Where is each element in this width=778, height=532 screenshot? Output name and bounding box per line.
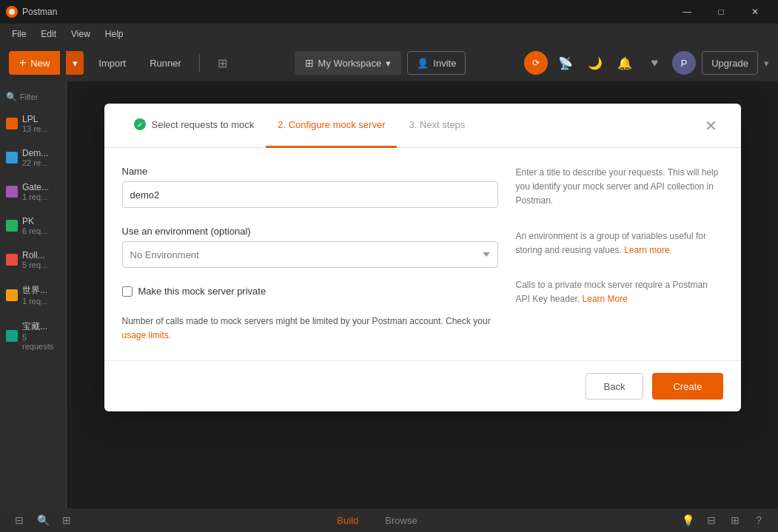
browse-tab[interactable]: Browse: [373, 510, 429, 531]
moon-icon-btn[interactable]: 🌙: [583, 51, 607, 75]
usage-link[interactable]: usage limits.: [122, 330, 172, 340]
bottom-left: ⊟ 🔍 ⊞: [9, 510, 77, 531]
step-3[interactable]: 3. Next steps: [397, 104, 477, 148]
sidebar-search: 🔍 Filter: [0, 87, 66, 107]
modal-body: Name Use an environment (optional) No En…: [104, 148, 741, 360]
upgrade-button[interactable]: Upgrade: [702, 51, 758, 75]
env-select[interactable]: No Environment: [122, 241, 498, 268]
step-2-label: 2. Configure mock server: [278, 119, 385, 130]
usage-note: Number of calls made to mock servers mig…: [122, 314, 498, 343]
runner-button[interactable]: Runner: [141, 51, 190, 75]
bottom-right: 💡 ⊟ ⊞ ?: [677, 510, 769, 531]
sidebar: 🔍 Filter LPL 13 re... Dem... 22 re... Ga…: [0, 81, 67, 508]
title-bar-left: Postman: [6, 6, 57, 18]
modal-right: Enter a title to describe your requests.…: [516, 166, 723, 343]
title-bar: Postman — □ ✕: [0, 0, 778, 24]
menu-edit[interactable]: Edit: [35, 27, 62, 41]
workspace-icon: ⊞: [305, 57, 314, 69]
modal-close-button[interactable]: ✕: [699, 114, 723, 138]
app-header: + New ▾ Import Runner ⊞ ⊞ My Workspace ▾…: [0, 44, 778, 81]
build-tab[interactable]: Build: [325, 510, 370, 531]
radio-icon-btn[interactable]: 📡: [554, 51, 577, 75]
name-hint-text: Enter a title to describe your requests.…: [516, 166, 723, 209]
main-area: 🔍 Filter LPL 13 re... Dem... 22 re... Ga…: [0, 81, 778, 508]
env-hint-section: An environment is a group of variables u…: [516, 229, 723, 257]
name-label: Name: [122, 166, 498, 177]
workspace-button[interactable]: ⊞ My Workspace ▾: [295, 51, 402, 75]
modal-left: Name Use an environment (optional) No En…: [122, 166, 498, 343]
lightbulb-icon[interactable]: 💡: [677, 510, 698, 531]
workspace-label: My Workspace: [318, 58, 382, 69]
env-learn-more-link[interactable]: Learn more: [624, 245, 669, 255]
import-button[interactable]: Import: [90, 51, 135, 75]
new-label: New: [30, 58, 50, 69]
private-hint-text: Calls to a private mock server require a…: [516, 278, 723, 306]
upgrade-caret[interactable]: ▾: [764, 58, 769, 69]
menu-file[interactable]: File: [6, 27, 32, 41]
sidebar-item-lpl[interactable]: LPL 13 re...: [0, 107, 66, 141]
bell-icon-btn[interactable]: 🔔: [613, 51, 637, 75]
sidebar-item-world[interactable]: 世界... 1 req...: [0, 277, 66, 313]
sidebar-item-gate[interactable]: Gate... 1 req...: [0, 175, 66, 209]
sidebar-item-roll[interactable]: Roll... 5 req...: [0, 243, 66, 277]
search-bottom-icon[interactable]: 🔍: [33, 510, 53, 531]
invite-icon: 👤: [417, 58, 429, 69]
bottom-bar: ⊟ 🔍 ⊞ Build Browse 💡 ⊟ ⊞ ?: [0, 508, 778, 532]
workspace-caret: ▾: [386, 58, 391, 69]
close-button[interactable]: ✕: [738, 0, 772, 24]
menu-view[interactable]: View: [65, 27, 96, 41]
step-2[interactable]: 2. Configure mock server: [266, 104, 397, 148]
maximize-button[interactable]: □: [704, 0, 738, 24]
env-form-group: Use an environment (optional) No Environ…: [122, 226, 498, 268]
private-checkbox[interactable]: [122, 286, 133, 297]
header-divider: [199, 54, 200, 72]
name-form-group: Name: [122, 166, 498, 208]
proxy-button[interactable]: ⊞: [209, 51, 236, 75]
sync-indicator: ⟳: [524, 51, 548, 75]
svg-point-0: [9, 9, 15, 15]
create-button[interactable]: Create: [652, 373, 722, 400]
modal-header: ✓ Select requests to mock 2. Configure m…: [104, 104, 741, 148]
header-right: ⟳ 📡 🌙 🔔 ♥ P Upgrade ▾: [524, 51, 769, 75]
header-center: ⊞ My Workspace ▾ 👤 Invite: [242, 51, 518, 75]
menu-help[interactable]: Help: [99, 27, 130, 41]
bottom-center: Build Browse: [325, 510, 429, 531]
private-learn-more-link[interactable]: Learn More: [583, 294, 628, 304]
filter-label: Filter: [20, 92, 38, 101]
new-caret-button[interactable]: ▾: [66, 51, 84, 75]
private-label: Make this mock server private: [138, 286, 266, 297]
help-icon[interactable]: ?: [748, 510, 769, 531]
name-input[interactable]: [122, 181, 498, 208]
heart-icon-btn[interactable]: ♥: [643, 51, 666, 75]
avatar[interactable]: P: [672, 51, 696, 75]
title-bar-controls: — □ ✕: [670, 0, 772, 24]
grid-icon[interactable]: ⊞: [725, 510, 745, 531]
invite-label: Invite: [433, 58, 456, 69]
new-button[interactable]: + New: [9, 51, 60, 75]
back-button[interactable]: Back: [586, 373, 644, 400]
sidebar-item-dem[interactable]: Dem... 22 re...: [0, 141, 66, 175]
menu-bar: File Edit View Help: [0, 24, 778, 44]
private-hint-section: Calls to a private mock server require a…: [516, 278, 723, 306]
layout2-icon[interactable]: ⊟: [701, 510, 722, 531]
app-icon: [6, 6, 18, 18]
modal: ✓ Select requests to mock 2. Configure m…: [104, 104, 741, 411]
env-label: Use an environment (optional): [122, 226, 498, 237]
step-1[interactable]: ✓ Select requests to mock: [122, 104, 266, 148]
modal-overlay: ✓ Select requests to mock 2. Configure m…: [67, 81, 778, 508]
search-icon: 🔍: [6, 92, 17, 102]
console-icon[interactable]: ⊟: [9, 510, 30, 531]
invite-button[interactable]: 👤 Invite: [407, 51, 466, 75]
sidebar-item-treasure[interactable]: 宝藏... 5 requests: [0, 313, 66, 358]
layout-icon[interactable]: ⊞: [56, 510, 77, 531]
step-1-label: Select requests to mock: [152, 119, 255, 130]
private-checkbox-group: Make this mock server private: [122, 286, 498, 297]
minimize-button[interactable]: —: [670, 0, 704, 24]
env-hint-text: An environment is a group of variables u…: [516, 229, 723, 257]
sidebar-item-pk[interactable]: PK 6 req...: [0, 209, 66, 243]
step-3-label: 3. Next steps: [409, 119, 465, 130]
step-1-check: ✓: [134, 118, 146, 130]
modal-footer: Back Create: [104, 360, 741, 411]
app-title: Postman: [22, 7, 57, 17]
new-icon: +: [19, 56, 26, 70]
